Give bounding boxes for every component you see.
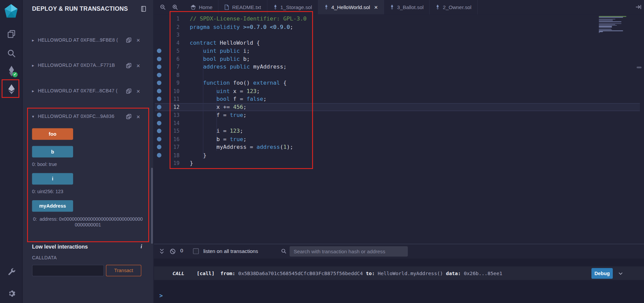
icon-sidebar: ✓ [0, 0, 22, 303]
code-line: f = true; [190, 111, 247, 119]
contract-header[interactable]: ▾HELLOWORLD AT 0X0FC...9A836× [32, 111, 140, 122]
code-line: pragma solidity >=0.7.0 <0.9.0; [190, 23, 293, 31]
transaction-log-row[interactable]: CALL [call] from: 0x5B38Da6a701c568545dC… [154, 266, 644, 280]
copy-address-icon[interactable] [126, 88, 131, 94]
code-line: address public myAddress; [190, 63, 287, 71]
line-number[interactable]: 10 [154, 87, 179, 95]
tab-scroll-right-icon[interactable] [635, 4, 641, 9]
line-number[interactable]: 17 [154, 143, 179, 151]
line-number[interactable]: 3 [154, 31, 179, 39]
transaction-search-input[interactable] [289, 246, 408, 257]
line-number[interactable]: 6 [154, 55, 179, 63]
tab-2_Owner.sol[interactable]: 2_Owner.sol [430, 0, 478, 14]
remove-contract-icon[interactable]: × [137, 113, 140, 119]
line-number[interactable]: 11 [154, 95, 179, 103]
code-line: } [190, 151, 207, 159]
search-icon[interactable] [0, 46, 22, 60]
tab-Home[interactable]: Home [185, 0, 219, 14]
terminal-resize-icon[interactable] [159, 248, 165, 254]
remove-contract-icon[interactable]: × [137, 88, 140, 94]
editor-tabbar: HomeREADME.txt1_Storage.sol4_HelloWorld.… [154, 0, 644, 14]
log-segment: 0x26b...85ee1 [464, 270, 502, 276]
return-value: 0: address: 0x00000000000000000000000000… [32, 216, 144, 228]
copy-address-icon[interactable] [126, 37, 131, 43]
solidity-compiler-icon[interactable]: ✓ [0, 64, 22, 78]
line-number[interactable]: 12 [154, 103, 179, 111]
deploy-run-icon[interactable] [0, 82, 22, 96]
transact-button[interactable]: Transact [106, 265, 141, 276]
solidity-icon [273, 4, 277, 10]
solidity-icon [435, 4, 440, 10]
close-tab-icon[interactable]: × [374, 4, 378, 10]
tab-label: 3_Ballot.sol [397, 4, 424, 10]
plugin-manager-icon[interactable] [0, 265, 22, 279]
chevron-right-icon[interactable]: ▸ [32, 63, 38, 68]
contract-function-button-myAddress[interactable]: myAddress [32, 200, 73, 212]
file-icon [224, 4, 229, 10]
copy-address-icon[interactable] [126, 63, 131, 68]
line-number[interactable]: 19 [154, 159, 179, 167]
contract-function-button-foo[interactable]: foo [32, 128, 73, 140]
log-text: [call] from: 0x5B38Da6a701c568545dCfcB03… [197, 270, 502, 276]
clear-console-icon[interactable] [170, 248, 176, 254]
tab-1_Storage.sol[interactable]: 1_Storage.sol [267, 0, 318, 14]
contract-header[interactable]: ▸HELLOWORLD AT 0XD7A...F771B× [32, 59, 140, 71]
line-number[interactable]: 8 [154, 71, 179, 79]
line-number[interactable]: 2 [154, 23, 179, 31]
file-explorer-icon[interactable] [0, 27, 22, 41]
log-expand-icon[interactable] [618, 270, 624, 276]
line-number[interactable]: 9 [154, 79, 179, 87]
journal-icon[interactable] [141, 6, 147, 12]
chevron-right-icon[interactable]: ▸ [32, 89, 38, 93]
code-line: x += 456; [190, 103, 247, 111]
minimap[interactable] [599, 15, 635, 33]
tab-3_Ballot.sol[interactable]: 3_Ballot.sol [384, 0, 430, 14]
sidepanel-scrollbar[interactable] [151, 168, 153, 244]
line-number[interactable]: 4 [154, 39, 179, 47]
info-icon[interactable]: i [141, 244, 142, 250]
tab-label: Home [199, 4, 213, 10]
zoom-in-icon[interactable] [172, 4, 178, 10]
log-segment: to: [363, 270, 378, 276]
line-number[interactable]: 15 [154, 127, 179, 135]
zoom-out-icon[interactable] [160, 4, 166, 10]
tab-list: HomeREADME.txt1_Storage.sol4_HelloWorld.… [185, 0, 478, 14]
tab-README.txt[interactable]: README.txt [219, 0, 267, 14]
log-segment: [call] [197, 270, 214, 276]
line-number[interactable]: 5 [154, 47, 179, 55]
editor-scrollbar[interactable] [637, 67, 642, 68]
chevron-right-icon[interactable]: ▸ [32, 38, 38, 42]
contract-header[interactable]: ▸HELLOWORLD AT 0XF8E...9FBE8 (× [32, 34, 140, 46]
tab-4_HelloWorld.sol[interactable]: 4_HelloWorld.sol× [318, 0, 384, 14]
debug-button[interactable]: Debug [591, 268, 613, 279]
remove-contract-icon[interactable]: × [137, 62, 140, 68]
listen-all-transactions-checkbox[interactable] [193, 248, 199, 254]
remix-logo-icon[interactable] [3, 3, 19, 19]
home-icon [191, 4, 196, 10]
compile-success-badge-icon: ✓ [12, 72, 18, 77]
contract-label: HELLOWORLD AT 0XD7A...F771B [38, 63, 123, 68]
line-number[interactable]: 18 [154, 151, 179, 159]
return-value: 0: bool: true [32, 162, 140, 167]
remove-contract-icon[interactable]: × [137, 37, 140, 43]
contract-header[interactable]: ▸HELLOWORLD AT 0X7EF...8CB47 (× [32, 85, 140, 96]
line-number[interactable]: 1 [154, 15, 179, 23]
log-segment: 0x5B38Da6a701c568545dCfcB03FcB875f56bedd… [238, 270, 363, 276]
settings-icon[interactable] [0, 287, 22, 301]
line-number[interactable]: 16 [154, 135, 179, 143]
line-number[interactable]: 7 [154, 63, 179, 71]
terminal-prompt[interactable]: > [159, 292, 163, 299]
solidity-icon [390, 4, 394, 10]
line-number[interactable]: 13 [154, 111, 179, 119]
chevron-down-icon[interactable]: ▾ [32, 114, 38, 119]
tab-label: README.txt [232, 4, 261, 10]
contract-label: HELLOWORLD AT 0X7EF...8CB47 ( [38, 88, 123, 93]
copy-address-icon[interactable] [126, 114, 131, 119]
contract-function-button-b[interactable]: b [32, 146, 73, 157]
code-editor[interactable]: 12345678910111213141516171819 // SPDX-Li… [154, 14, 644, 244]
calldata-input[interactable] [32, 265, 104, 276]
code-line: bool public b; [190, 55, 250, 63]
contract-function-button-i[interactable]: i [32, 173, 73, 184]
line-number[interactable]: 14 [154, 119, 179, 127]
code-line: // SPDX-License-Identifier: GPL-3.0 [190, 15, 307, 23]
